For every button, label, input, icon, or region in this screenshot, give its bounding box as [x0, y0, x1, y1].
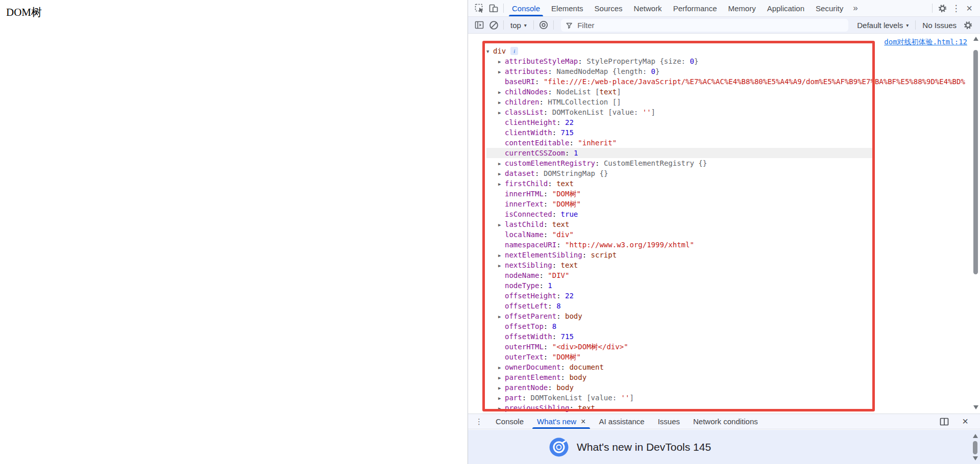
tree-row-nextSibling[interactable]: ▶nextSibling: text	[486, 260, 968, 270]
settings-button[interactable]	[935, 1, 949, 15]
tree-row-children[interactable]: ▶children: HTMLCollection []	[486, 97, 968, 107]
tab-performance[interactable]: Performance	[668, 0, 723, 16]
tree-row-nodeType[interactable]: nodeType: 1	[486, 280, 968, 291]
more-tabs-button[interactable]: »	[849, 3, 862, 13]
console-settings-button[interactable]	[961, 18, 975, 32]
tree-row-isConnected[interactable]: isConnected: true	[486, 209, 968, 219]
tree-row-offsetWidth[interactable]: offsetWidth: 715	[486, 331, 968, 342]
expand-closed-icon[interactable]: ▶	[498, 373, 505, 383]
expand-closed-icon[interactable]: ▶	[498, 393, 505, 403]
tree-row-parentElement[interactable]: ▶parentElement: body	[486, 372, 968, 382]
tree-row-outerHTML[interactable]: outerHTML: "<div>DOM树</div>"	[486, 342, 968, 352]
expand-open-icon[interactable]: ▼	[486, 46, 494, 57]
expand-closed-icon[interactable]: ▶	[498, 179, 505, 189]
tree-row-part[interactable]: ▶part: DOMTokenList [value: '']	[486, 393, 968, 403]
tree-row-currentCSSZoom[interactable]: currentCSSZoom: 1	[486, 148, 872, 158]
expand-closed-icon[interactable]: ▶	[498, 57, 505, 67]
tree-row-childNodes[interactable]: ▶childNodes: NodeList [text]	[486, 87, 968, 97]
scroll-up-arrow-icon[interactable]	[973, 37, 978, 41]
property-value: text	[599, 88, 617, 96]
tree-row-clientWidth[interactable]: clientWidth: 715	[486, 127, 968, 138]
tree-row-outerText[interactable]: outerText: "DOM树"	[486, 352, 968, 362]
tree-row-offsetLeft[interactable]: offsetLeft: 8	[486, 301, 968, 311]
drawer-tab-issues[interactable]: Issues	[651, 414, 687, 429]
expand-closed-icon[interactable]: ▶	[498, 403, 505, 413]
expand-closed-icon[interactable]: ▶	[498, 220, 505, 230]
tree-row-parentNode[interactable]: ▶parentNode: body	[486, 382, 968, 393]
expand-closed-icon[interactable]: ▶	[498, 97, 505, 108]
expand-closed-icon[interactable]: ▶	[498, 383, 505, 393]
tree-row-attributeStyleMap[interactable]: ▶attributeStyleMap: StylePropertyMap {si…	[486, 56, 968, 66]
live-expression-button[interactable]	[536, 18, 551, 32]
expand-closed-icon[interactable]: ▶	[498, 312, 505, 322]
filter-input[interactable]	[577, 21, 844, 30]
scroll-up-arrow-icon[interactable]	[973, 434, 978, 438]
filter-box[interactable]	[561, 19, 848, 32]
close-drawer-button[interactable]: ×	[959, 416, 972, 427]
scroll-down-arrow-icon[interactable]	[973, 405, 978, 409]
drawer-tab-ai-assistance[interactable]: AI assistance	[592, 414, 651, 429]
tree-row-clientHeight[interactable]: clientHeight: 22	[486, 117, 968, 127]
expand-closed-icon[interactable]: ▶	[498, 250, 505, 261]
expand-closed-icon[interactable]: ▶	[498, 67, 505, 77]
tree-row-localName[interactable]: localName: "div"	[486, 229, 968, 240]
tree-row-offsetTop[interactable]: offsetTop: 8	[486, 321, 968, 331]
drawer-tab-console[interactable]: Console	[489, 414, 530, 429]
expand-closed-icon[interactable]: ▶	[498, 108, 505, 118]
tab-memory[interactable]: Memory	[723, 0, 762, 16]
tree-row-offsetHeight[interactable]: offsetHeight: 22	[486, 291, 968, 301]
tab-elements[interactable]: Elements	[546, 0, 589, 16]
tree-row-ownerDocument[interactable]: ▶ownerDocument: document	[486, 362, 968, 372]
expand-closed-icon[interactable]: ▶	[498, 87, 505, 97]
tab-application[interactable]: Application	[762, 0, 810, 16]
scrollbar-thumb[interactable]	[973, 50, 978, 274]
whats-new-title: What's new in DevTools 145	[577, 441, 711, 453]
expand-closed-icon[interactable]: ▶	[498, 363, 505, 373]
drawer-tab-what-s-new[interactable]: What's new×	[530, 414, 592, 429]
tree-row-namespaceURI[interactable]: namespaceURI: "http://www.w3.org/1999/xh…	[486, 240, 968, 250]
expand-closed-icon[interactable]: ▶	[498, 261, 505, 271]
drawer-tab-network-conditions[interactable]: Network conditions	[687, 414, 765, 429]
tree-row-nextElementSibling[interactable]: ▶nextElementSibling: script	[486, 250, 968, 260]
context-selector[interactable]: top ▾	[506, 21, 531, 30]
dock-drawer-button[interactable]	[937, 415, 951, 429]
log-levels-selector[interactable]: Default levels ▾	[853, 21, 913, 30]
tree-row-baseURI[interactable]: baseURI: "file:///E:/web-place/JavaScrip…	[486, 76, 968, 87]
drawer-scrollbar[interactable]	[972, 433, 978, 462]
console-scrollbar[interactable]	[972, 36, 979, 411]
console-sidebar-button[interactable]	[472, 18, 486, 32]
clear-console-button[interactable]	[486, 18, 501, 32]
tree-header-row[interactable]: ▼divi	[486, 46, 968, 56]
tree-row-previousSibling[interactable]: ▶previousSibling: text	[486, 403, 968, 413]
property-value: 0	[651, 67, 655, 75]
close-tab-icon[interactable]: ×	[581, 417, 585, 426]
tree-row-classList[interactable]: ▶classList: DOMTokenList [value: '']	[486, 107, 968, 117]
tree-row-offsetParent[interactable]: ▶offsetParent: body	[486, 311, 968, 321]
tree-row-innerHTML[interactable]: innerHTML: "DOM树"	[486, 189, 968, 199]
device-toolbar-button[interactable]	[486, 1, 501, 15]
tree-row-innerText[interactable]: innerText: "DOM树"	[486, 199, 968, 209]
tree-row-attributes[interactable]: ▶attributes: NamedNodeMap {length: 0}	[486, 66, 968, 76]
inspect-element-button[interactable]	[472, 1, 486, 15]
source-link[interactable]: dom对线初体验.html:12	[884, 38, 967, 47]
expand-closed-icon[interactable]: ▶	[498, 159, 505, 169]
kebab-menu-icon[interactable]: ⋮	[949, 3, 963, 14]
scrollbar-thumb[interactable]	[973, 441, 977, 454]
scroll-down-arrow-icon[interactable]	[973, 456, 978, 460]
drawer-menu-button[interactable]: ⋮	[468, 417, 489, 426]
close-devtools-button[interactable]: ×	[963, 3, 976, 14]
tree-row-nodeName[interactable]: nodeName: "DIV"	[486, 270, 968, 280]
tab-network[interactable]: Network	[628, 0, 668, 16]
info-badge-icon[interactable]: i	[510, 47, 518, 55]
tree-row-contentEditable[interactable]: contentEditable: "inherit"	[486, 138, 968, 148]
tree-row-customElementRegistry[interactable]: ▶customElementRegistry: CustomElementReg…	[486, 158, 968, 168]
tree-row-firstChild[interactable]: ▶firstChild: text	[486, 178, 968, 189]
object-tree: ▼divi▶attributeStyleMap: StylePropertyMa…	[486, 46, 968, 413]
tree-row-lastChild[interactable]: ▶lastChild: text	[486, 219, 968, 229]
expand-closed-icon[interactable]: ▶	[498, 169, 505, 179]
tab-security[interactable]: Security	[810, 0, 849, 16]
tree-row-dataset[interactable]: ▶dataset: DOMStringMap {}	[486, 168, 968, 178]
issues-counter[interactable]: No Issues	[918, 21, 961, 30]
tab-console[interactable]: Console	[506, 0, 546, 16]
tab-sources[interactable]: Sources	[589, 0, 628, 16]
